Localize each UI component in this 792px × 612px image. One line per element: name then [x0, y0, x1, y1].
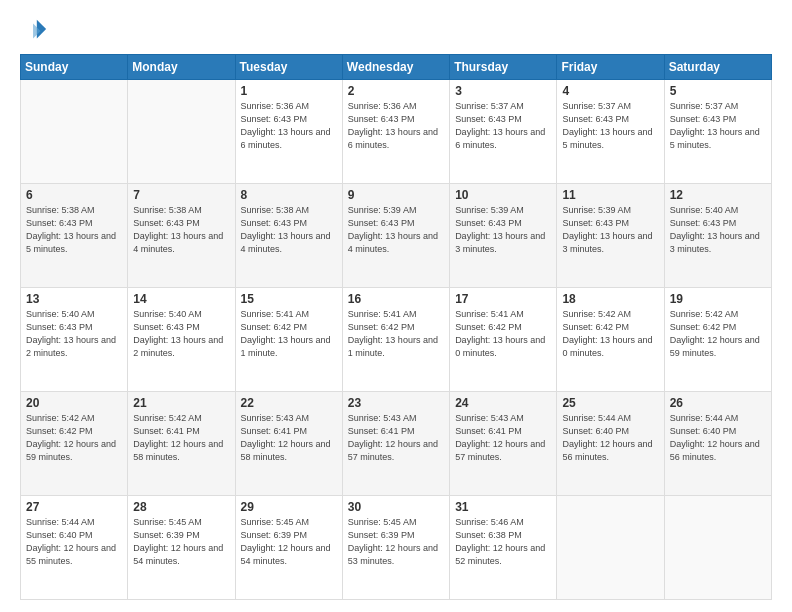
- calendar-day-cell: 7Sunrise: 5:38 AMSunset: 6:43 PMDaylight…: [128, 184, 235, 288]
- day-number: 20: [26, 396, 122, 410]
- calendar-day-cell: 26Sunrise: 5:44 AMSunset: 6:40 PMDayligh…: [664, 392, 771, 496]
- calendar-day-cell: [557, 496, 664, 600]
- logo-icon: [20, 16, 48, 44]
- day-number: 15: [241, 292, 337, 306]
- day-number: 18: [562, 292, 658, 306]
- weekday-header-row: SundayMondayTuesdayWednesdayThursdayFrid…: [21, 55, 772, 80]
- calendar-day-cell: [664, 496, 771, 600]
- day-info: Sunrise: 5:43 AMSunset: 6:41 PMDaylight:…: [348, 412, 444, 464]
- logo: [20, 16, 52, 44]
- day-number: 8: [241, 188, 337, 202]
- calendar-day-cell: 23Sunrise: 5:43 AMSunset: 6:41 PMDayligh…: [342, 392, 449, 496]
- calendar-day-cell: 3Sunrise: 5:37 AMSunset: 6:43 PMDaylight…: [450, 80, 557, 184]
- calendar-day-cell: 8Sunrise: 5:38 AMSunset: 6:43 PMDaylight…: [235, 184, 342, 288]
- day-info: Sunrise: 5:37 AMSunset: 6:43 PMDaylight:…: [562, 100, 658, 152]
- day-number: 3: [455, 84, 551, 98]
- calendar-table: SundayMondayTuesdayWednesdayThursdayFrid…: [20, 54, 772, 600]
- day-info: Sunrise: 5:37 AMSunset: 6:43 PMDaylight:…: [670, 100, 766, 152]
- day-info: Sunrise: 5:38 AMSunset: 6:43 PMDaylight:…: [241, 204, 337, 256]
- calendar-day-cell: 1Sunrise: 5:36 AMSunset: 6:43 PMDaylight…: [235, 80, 342, 184]
- day-info: Sunrise: 5:42 AMSunset: 6:42 PMDaylight:…: [670, 308, 766, 360]
- calendar-day-cell: 31Sunrise: 5:46 AMSunset: 6:38 PMDayligh…: [450, 496, 557, 600]
- day-number: 7: [133, 188, 229, 202]
- day-number: 6: [26, 188, 122, 202]
- calendar-day-cell: 19Sunrise: 5:42 AMSunset: 6:42 PMDayligh…: [664, 288, 771, 392]
- weekday-header-cell: Wednesday: [342, 55, 449, 80]
- calendar-day-cell: 24Sunrise: 5:43 AMSunset: 6:41 PMDayligh…: [450, 392, 557, 496]
- day-number: 17: [455, 292, 551, 306]
- calendar-day-cell: 27Sunrise: 5:44 AMSunset: 6:40 PMDayligh…: [21, 496, 128, 600]
- calendar-week-row: 20Sunrise: 5:42 AMSunset: 6:42 PMDayligh…: [21, 392, 772, 496]
- day-number: 2: [348, 84, 444, 98]
- calendar-day-cell: 13Sunrise: 5:40 AMSunset: 6:43 PMDayligh…: [21, 288, 128, 392]
- day-info: Sunrise: 5:41 AMSunset: 6:42 PMDaylight:…: [241, 308, 337, 360]
- calendar-day-cell: 10Sunrise: 5:39 AMSunset: 6:43 PMDayligh…: [450, 184, 557, 288]
- day-number: 16: [348, 292, 444, 306]
- day-info: Sunrise: 5:42 AMSunset: 6:42 PMDaylight:…: [26, 412, 122, 464]
- day-number: 13: [26, 292, 122, 306]
- calendar-day-cell: 21Sunrise: 5:42 AMSunset: 6:41 PMDayligh…: [128, 392, 235, 496]
- calendar-day-cell: 6Sunrise: 5:38 AMSunset: 6:43 PMDaylight…: [21, 184, 128, 288]
- day-number: 11: [562, 188, 658, 202]
- day-info: Sunrise: 5:39 AMSunset: 6:43 PMDaylight:…: [455, 204, 551, 256]
- calendar-day-cell: 9Sunrise: 5:39 AMSunset: 6:43 PMDaylight…: [342, 184, 449, 288]
- day-number: 12: [670, 188, 766, 202]
- calendar-week-row: 6Sunrise: 5:38 AMSunset: 6:43 PMDaylight…: [21, 184, 772, 288]
- day-info: Sunrise: 5:43 AMSunset: 6:41 PMDaylight:…: [455, 412, 551, 464]
- day-info: Sunrise: 5:46 AMSunset: 6:38 PMDaylight:…: [455, 516, 551, 568]
- day-number: 29: [241, 500, 337, 514]
- calendar-day-cell: 30Sunrise: 5:45 AMSunset: 6:39 PMDayligh…: [342, 496, 449, 600]
- day-number: 24: [455, 396, 551, 410]
- day-info: Sunrise: 5:41 AMSunset: 6:42 PMDaylight:…: [455, 308, 551, 360]
- calendar-day-cell: 25Sunrise: 5:44 AMSunset: 6:40 PMDayligh…: [557, 392, 664, 496]
- day-number: 22: [241, 396, 337, 410]
- day-number: 30: [348, 500, 444, 514]
- day-number: 26: [670, 396, 766, 410]
- calendar-day-cell: 29Sunrise: 5:45 AMSunset: 6:39 PMDayligh…: [235, 496, 342, 600]
- calendar-day-cell: 22Sunrise: 5:43 AMSunset: 6:41 PMDayligh…: [235, 392, 342, 496]
- calendar-day-cell: 18Sunrise: 5:42 AMSunset: 6:42 PMDayligh…: [557, 288, 664, 392]
- page: SundayMondayTuesdayWednesdayThursdayFrid…: [0, 0, 792, 612]
- calendar-day-cell: 11Sunrise: 5:39 AMSunset: 6:43 PMDayligh…: [557, 184, 664, 288]
- calendar-day-cell: 2Sunrise: 5:36 AMSunset: 6:43 PMDaylight…: [342, 80, 449, 184]
- day-number: 10: [455, 188, 551, 202]
- header: [20, 16, 772, 44]
- day-info: Sunrise: 5:38 AMSunset: 6:43 PMDaylight:…: [133, 204, 229, 256]
- weekday-header-cell: Thursday: [450, 55, 557, 80]
- day-info: Sunrise: 5:40 AMSunset: 6:43 PMDaylight:…: [670, 204, 766, 256]
- day-number: 14: [133, 292, 229, 306]
- weekday-header-cell: Sunday: [21, 55, 128, 80]
- day-info: Sunrise: 5:45 AMSunset: 6:39 PMDaylight:…: [133, 516, 229, 568]
- calendar-day-cell: 14Sunrise: 5:40 AMSunset: 6:43 PMDayligh…: [128, 288, 235, 392]
- calendar-day-cell: 16Sunrise: 5:41 AMSunset: 6:42 PMDayligh…: [342, 288, 449, 392]
- weekday-header-cell: Tuesday: [235, 55, 342, 80]
- calendar-day-cell: [128, 80, 235, 184]
- day-info: Sunrise: 5:39 AMSunset: 6:43 PMDaylight:…: [562, 204, 658, 256]
- day-info: Sunrise: 5:38 AMSunset: 6:43 PMDaylight:…: [26, 204, 122, 256]
- day-info: Sunrise: 5:44 AMSunset: 6:40 PMDaylight:…: [26, 516, 122, 568]
- weekday-header-cell: Friday: [557, 55, 664, 80]
- day-info: Sunrise: 5:45 AMSunset: 6:39 PMDaylight:…: [241, 516, 337, 568]
- calendar-day-cell: 20Sunrise: 5:42 AMSunset: 6:42 PMDayligh…: [21, 392, 128, 496]
- day-info: Sunrise: 5:41 AMSunset: 6:42 PMDaylight:…: [348, 308, 444, 360]
- day-info: Sunrise: 5:36 AMSunset: 6:43 PMDaylight:…: [241, 100, 337, 152]
- day-info: Sunrise: 5:36 AMSunset: 6:43 PMDaylight:…: [348, 100, 444, 152]
- day-info: Sunrise: 5:45 AMSunset: 6:39 PMDaylight:…: [348, 516, 444, 568]
- day-number: 31: [455, 500, 551, 514]
- day-number: 4: [562, 84, 658, 98]
- calendar-day-cell: [21, 80, 128, 184]
- calendar-day-cell: 28Sunrise: 5:45 AMSunset: 6:39 PMDayligh…: [128, 496, 235, 600]
- day-info: Sunrise: 5:44 AMSunset: 6:40 PMDaylight:…: [562, 412, 658, 464]
- calendar-day-cell: 4Sunrise: 5:37 AMSunset: 6:43 PMDaylight…: [557, 80, 664, 184]
- day-info: Sunrise: 5:43 AMSunset: 6:41 PMDaylight:…: [241, 412, 337, 464]
- day-number: 28: [133, 500, 229, 514]
- day-info: Sunrise: 5:42 AMSunset: 6:42 PMDaylight:…: [562, 308, 658, 360]
- day-number: 1: [241, 84, 337, 98]
- weekday-header-cell: Saturday: [664, 55, 771, 80]
- day-number: 23: [348, 396, 444, 410]
- weekday-header-cell: Monday: [128, 55, 235, 80]
- day-info: Sunrise: 5:40 AMSunset: 6:43 PMDaylight:…: [26, 308, 122, 360]
- calendar-week-row: 13Sunrise: 5:40 AMSunset: 6:43 PMDayligh…: [21, 288, 772, 392]
- day-number: 19: [670, 292, 766, 306]
- calendar-week-row: 1Sunrise: 5:36 AMSunset: 6:43 PMDaylight…: [21, 80, 772, 184]
